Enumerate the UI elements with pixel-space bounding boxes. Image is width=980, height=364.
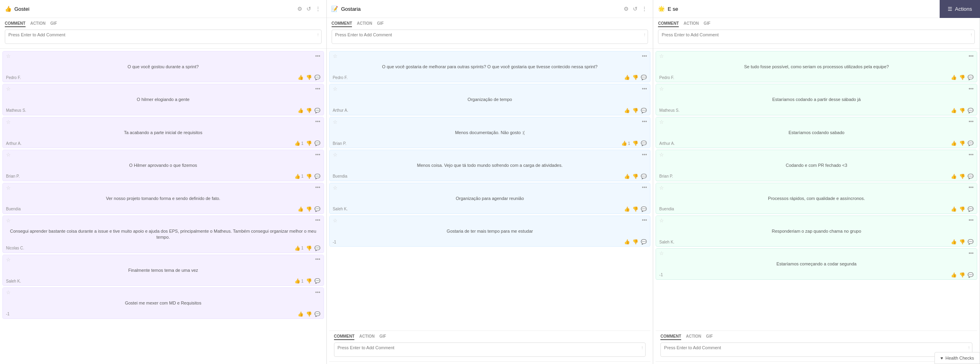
dislike-gostaria-1[interactable]: 👎 bbox=[632, 75, 638, 80]
dislike-gostei-1[interactable]: 👎 bbox=[306, 75, 312, 80]
menu-gostaria-3[interactable]: ••• bbox=[642, 119, 647, 125]
comment-ese-1[interactable]: 💬 bbox=[968, 75, 974, 80]
menu-gostei-5[interactable]: ••• bbox=[315, 185, 320, 190]
tab-comment-gostei[interactable]: COMMENT bbox=[5, 21, 26, 27]
like-gostaria-2[interactable]: 👍 bbox=[624, 108, 630, 113]
like-ese-6[interactable]: 👍 bbox=[951, 239, 957, 245]
menu-icon-gostaria[interactable]: ⋮ bbox=[641, 5, 648, 13]
comment-ese-2[interactable]: 💬 bbox=[968, 108, 974, 113]
dislike-ese-6[interactable]: 👎 bbox=[959, 239, 965, 245]
tab-gif-gostaria[interactable]: GIF bbox=[377, 21, 384, 27]
comment-input-gostei[interactable] bbox=[5, 30, 322, 44]
like-gostaria-3[interactable]: 👍 1 bbox=[621, 140, 630, 146]
star-ese-2[interactable]: ☆ bbox=[659, 86, 664, 92]
menu-gostaria-5[interactable]: ••• bbox=[642, 185, 647, 190]
comment-gostei-7[interactable]: 💬 bbox=[314, 278, 320, 284]
menu-gostei-3[interactable]: ••• bbox=[315, 119, 320, 125]
star-gostei-7[interactable]: ☆ bbox=[6, 257, 11, 263]
menu-gostei-6[interactable]: ••• bbox=[315, 218, 320, 223]
comment-ese-5[interactable]: 💬 bbox=[968, 206, 974, 212]
comment-gostaria-6[interactable]: 💬 bbox=[641, 239, 647, 245]
menu-gostaria-4[interactable]: ••• bbox=[642, 152, 647, 158]
dislike-gostei-5[interactable]: 👎 bbox=[306, 206, 312, 212]
tab-action-ese[interactable]: ACTION bbox=[684, 21, 699, 27]
like-ese-3[interactable]: 👍 bbox=[951, 140, 957, 146]
like-gostei-4[interactable]: 👍 1 bbox=[294, 174, 304, 179]
like-gostei-5[interactable]: 👍 bbox=[298, 206, 304, 212]
tab-gif-ese[interactable]: GIF bbox=[704, 21, 710, 27]
comment-ese-3[interactable]: 💬 bbox=[968, 140, 974, 146]
dislike-ese-7[interactable]: 👎 bbox=[959, 272, 965, 278]
menu-gostaria-2[interactable]: ••• bbox=[642, 86, 647, 92]
comment-input-ese-bottom[interactable] bbox=[660, 342, 972, 357]
like-gostei-2[interactable]: 👍 bbox=[298, 108, 304, 113]
star-gostaria-6[interactable]: ☆ bbox=[333, 218, 338, 224]
menu-ese-5[interactable]: ••• bbox=[968, 185, 974, 190]
comment-gostaria-5[interactable]: 💬 bbox=[641, 206, 647, 212]
like-gostei-6[interactable]: 👍 1 bbox=[294, 245, 304, 251]
tab-comment-ese[interactable]: COMMENT bbox=[658, 21, 679, 27]
comment-gostei-4[interactable]: 💬 bbox=[314, 174, 320, 179]
dislike-ese-3[interactable]: 👎 bbox=[959, 140, 965, 146]
comment-input-gostaria-bottom[interactable] bbox=[334, 342, 646, 357]
dislike-gostaria-3[interactable]: 👎 bbox=[632, 140, 638, 146]
comment-ese-4[interactable]: 💬 bbox=[968, 174, 974, 179]
menu-gostei-1[interactable]: ••• bbox=[315, 53, 320, 59]
star-gostaria-4[interactable]: ☆ bbox=[333, 152, 338, 158]
like-gostei-8[interactable]: 👍 bbox=[298, 311, 304, 317]
tab-action-gostei[interactable]: ACTION bbox=[30, 21, 46, 27]
comment-gostaria-1[interactable]: 💬 bbox=[641, 75, 647, 80]
comment-gostei-1[interactable]: 💬 bbox=[314, 75, 320, 80]
tab-gif-gostaria-bottom[interactable]: GIF bbox=[380, 334, 386, 340]
dislike-gostaria-2[interactable]: 👎 bbox=[632, 108, 638, 113]
tab-comment-gostaria-bottom[interactable]: COMMENT bbox=[334, 334, 355, 340]
dislike-gostaria-4[interactable]: 👎 bbox=[632, 174, 638, 179]
star-gostaria-5[interactable]: ☆ bbox=[333, 185, 338, 191]
actions-button[interactable]: ☰ Actions bbox=[940, 0, 980, 18]
menu-ese-2[interactable]: ••• bbox=[968, 86, 974, 92]
menu-gostei-2[interactable]: ••• bbox=[315, 86, 320, 92]
tab-action-ese-bottom[interactable]: ACTION bbox=[686, 334, 701, 340]
star-ese-4[interactable]: ☆ bbox=[659, 152, 664, 158]
dislike-gostei-8[interactable]: 👎 bbox=[306, 311, 312, 317]
comment-gostei-3[interactable]: 💬 bbox=[314, 140, 320, 146]
star-ese-6[interactable]: ☆ bbox=[659, 218, 664, 224]
refresh-icon-gostei[interactable]: ↺ bbox=[306, 5, 312, 13]
dislike-ese-1[interactable]: 👎 bbox=[959, 75, 965, 80]
star-gostei-4[interactable]: ☆ bbox=[6, 152, 11, 158]
dislike-ese-4[interactable]: 👎 bbox=[959, 174, 965, 179]
tab-gif-ese-bottom[interactable]: GIF bbox=[706, 334, 713, 340]
dislike-gostaria-5[interactable]: 👎 bbox=[632, 206, 638, 212]
health-checks-button[interactable]: ♥ Health Checks bbox=[934, 352, 980, 364]
star-gostei-3[interactable]: ☆ bbox=[6, 119, 11, 125]
comment-gostaria-4[interactable]: 💬 bbox=[641, 174, 647, 179]
like-ese-4[interactable]: 👍 bbox=[951, 174, 957, 179]
like-gostaria-4[interactable]: 👍 bbox=[624, 174, 630, 179]
dislike-ese-2[interactable]: 👎 bbox=[959, 108, 965, 113]
dislike-gostei-4[interactable]: 👎 bbox=[306, 174, 312, 179]
star-gostaria-3[interactable]: ☆ bbox=[333, 119, 338, 125]
star-gostei-8[interactable]: ☆ bbox=[6, 289, 11, 295]
comment-gostaria-3[interactable]: 💬 bbox=[641, 140, 647, 146]
tab-action-gostaria-bottom[interactable]: ACTION bbox=[359, 334, 374, 340]
star-ese-7[interactable]: ☆ bbox=[659, 250, 664, 256]
star-gostei-2[interactable]: ☆ bbox=[6, 86, 11, 92]
menu-icon-gostei[interactable]: ⋮ bbox=[314, 5, 322, 13]
dislike-gostei-6[interactable]: 👎 bbox=[306, 245, 312, 251]
star-gostaria-2[interactable]: ☆ bbox=[333, 86, 338, 92]
like-gostei-1[interactable]: 👍 bbox=[298, 75, 304, 80]
star-gostaria-1[interactable]: ☆ bbox=[333, 53, 338, 59]
like-ese-1[interactable]: 👍 bbox=[951, 75, 957, 80]
menu-ese-6[interactable]: ••• bbox=[968, 218, 974, 223]
menu-gostaria-6[interactable]: ••• bbox=[642, 218, 647, 223]
tab-comment-gostaria[interactable]: COMMENT bbox=[332, 21, 352, 27]
star-ese-1[interactable]: ☆ bbox=[659, 53, 664, 59]
like-gostaria-6[interactable]: 👍 bbox=[624, 239, 630, 245]
refresh-icon-gostaria[interactable]: ↺ bbox=[632, 5, 638, 13]
menu-ese-1[interactable]: ••• bbox=[968, 53, 974, 59]
comment-input-ese[interactable] bbox=[658, 30, 975, 44]
menu-ese-3[interactable]: ••• bbox=[968, 119, 974, 125]
menu-ese-7[interactable]: ••• bbox=[968, 251, 974, 256]
star-ese-5[interactable]: ☆ bbox=[659, 185, 664, 191]
star-gostei-1[interactable]: ☆ bbox=[6, 53, 11, 59]
